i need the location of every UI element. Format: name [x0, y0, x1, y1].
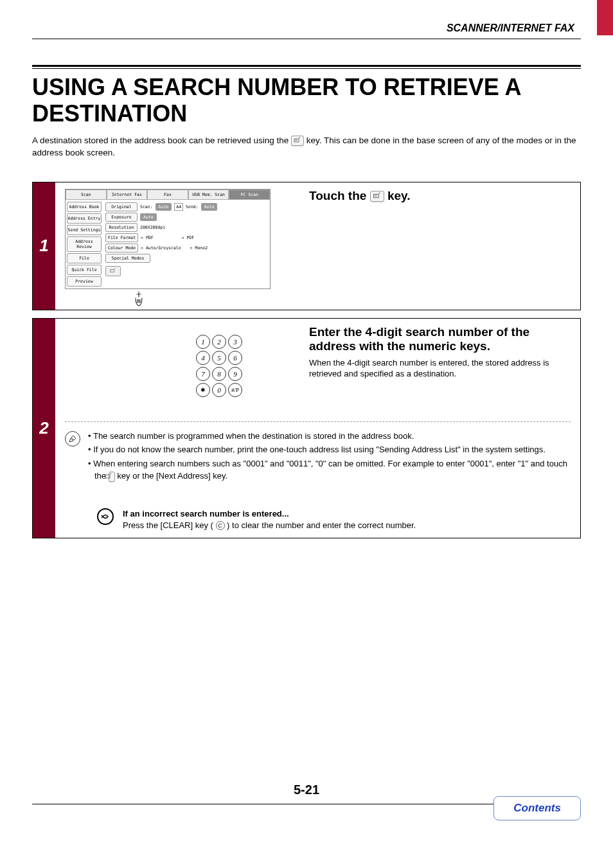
keypad-6: 6: [228, 351, 242, 365]
keypad-0: 0: [212, 383, 226, 397]
screen-tab-fax: Fax: [147, 190, 188, 200]
step-1-block: 1 Scan Internet Fax Fax USB Mem. Scan PC…: [32, 182, 581, 310]
row-exposure: Exposure: [105, 213, 138, 222]
keypad-3: 3: [228, 335, 242, 349]
keypad-8: 8: [212, 367, 226, 381]
side-red-tab: [597, 0, 613, 35]
step-1-screenshot: Scan Internet Fax Fax USB Mem. Scan PC S…: [65, 189, 296, 303]
screen-tab-ifax: Internet Fax: [107, 190, 148, 200]
side-file: File: [67, 253, 102, 263]
step-2-block: 2 1 2 3 4 5 6 7 8 9 ✱ 0: [32, 318, 581, 538]
title-rule-thick: [32, 65, 581, 67]
screen-tab-scan: Scan: [66, 190, 107, 200]
step-2-instruction: Enter the 4-digit search number of the a…: [309, 325, 571, 353]
step-2-subtext: When the 4-digit search number is entere…: [309, 357, 571, 380]
row-resolution: Resolution: [105, 223, 138, 232]
keypad-4: 4: [196, 351, 210, 365]
clear-key-glyph: C: [216, 521, 225, 530]
side-address-entry: Address Entry: [67, 213, 102, 224]
title-rule-thin: [32, 68, 581, 69]
step-2-keypad-area: 1 2 3 4 5 6 7 8 9 ✱ 0 #/P: [65, 325, 296, 397]
keypad-hash: #/P: [228, 383, 242, 397]
side-address-book: Address Book: [67, 202, 102, 212]
contents-button[interactable]: Contents: [493, 796, 581, 820]
intro-paragraph: A destination stored in the address book…: [32, 135, 581, 159]
note-1: The search number is programmed when the…: [88, 430, 571, 443]
keypad-1: 1: [196, 335, 210, 349]
search-key-icon: [291, 136, 304, 146]
keypad-star: ✱: [196, 383, 210, 397]
step-1-instruction: Touch the key.: [309, 189, 571, 203]
step-2-number: 2: [33, 319, 55, 538]
svg-rect-4: [373, 194, 378, 198]
svg-rect-3: [111, 269, 114, 272]
row-colourmode: Colour Mode: [105, 244, 138, 252]
pencil-note-icon: [65, 431, 80, 447]
header-rule: [32, 39, 581, 39]
row-fileformat: File Format: [105, 233, 138, 242]
undo-section: If an incorrect search number is entered…: [97, 508, 571, 531]
page-number: 5-21: [32, 783, 581, 797]
screen-tab-usb: USB Mem. Scan: [188, 190, 229, 200]
touch-hand-icon: [132, 290, 146, 310]
undo-body: Press the [CLEAR] key ( C ) to clear the…: [123, 520, 416, 531]
search-key-icon-3: [109, 472, 115, 482]
keypad-5: 5: [212, 351, 226, 365]
section-title: SCANNER/INTERNET FAX: [447, 22, 574, 33]
undo-arrow-icon: [97, 508, 114, 525]
search-key-icon-2: [370, 191, 384, 202]
screen-tab-pc: PC Scan: [229, 190, 270, 200]
keypad-9: 9: [228, 367, 242, 381]
page-header: SCANNER/INTERNET FAX: [0, 0, 613, 37]
note-3: When entering search numbers such as "00…: [88, 457, 571, 483]
note-3-tail: key or the [Next Address] key.: [117, 471, 227, 481]
keypad-2: 2: [212, 335, 226, 349]
intro-part1: A destination stored in the address book…: [32, 136, 291, 145]
side-send-settings: Send Settings: [67, 225, 102, 235]
step-2-notes: The search number is programmed when the…: [65, 421, 571, 484]
keypad-7: 7: [196, 367, 210, 381]
screen-search-number-key: [105, 266, 121, 276]
side-address-review: Address Review: [67, 236, 102, 252]
svg-rect-0: [294, 139, 299, 142]
row-original: Original: [105, 202, 138, 211]
side-quick-file: Quick File: [67, 265, 102, 275]
step-1-number: 1: [33, 182, 55, 310]
side-preview: Preview: [67, 276, 102, 287]
note-2: If you do not know the search number, pr…: [88, 443, 571, 456]
page-title: USING A SEARCH NUMBER TO RETRIEVE A DEST…: [32, 74, 581, 127]
svg-rect-7: [105, 475, 110, 478]
row-special: Special Modes: [105, 254, 150, 263]
undo-heading: If an incorrect search number is entered…: [123, 508, 416, 520]
